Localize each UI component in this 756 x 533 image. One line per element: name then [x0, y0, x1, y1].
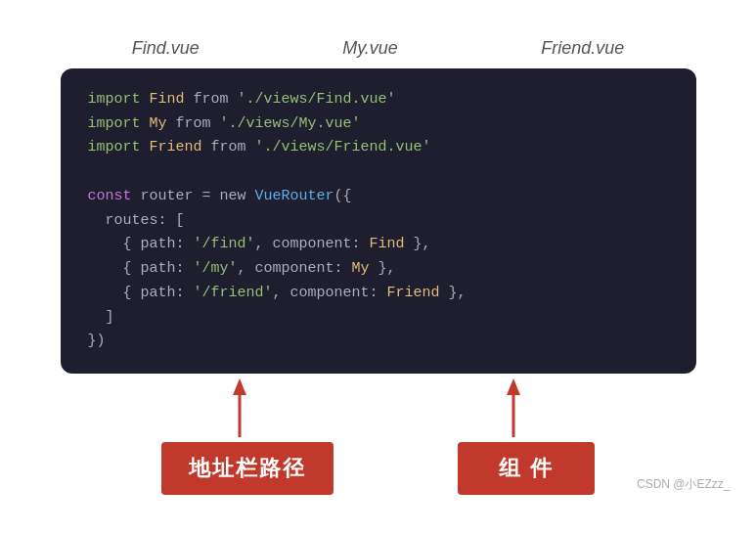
right-arrowhead [507, 378, 520, 395]
code-line-9: { path: '/friend', component: Friend }, [88, 282, 669, 306]
left-arrowhead [233, 378, 246, 395]
code-line-1: import Find from './views/Find.vue' [88, 88, 669, 112]
code-line-11: }) [88, 330, 669, 354]
code-block: import Find from './views/Find.vue' impo… [61, 68, 696, 374]
code-line-6: routes: [ [88, 209, 669, 234]
main-container: Find.vue My.vue Friend.vue import Find f… [26, 38, 731, 495]
file-labels-row: Find.vue My.vue Friend.vue [61, 38, 696, 59]
label-box-path: 地址栏路径 [161, 442, 334, 495]
file-label-friend: Friend.vue [541, 38, 624, 59]
label-box-component: 组 件 [458, 442, 595, 495]
code-line-4 [88, 160, 669, 185]
annotations-area: 地址栏路径 组 件 [61, 374, 696, 495]
code-line-2: import My from './views/My.vue' [88, 112, 669, 137]
code-line-3: import Friend from './views/Friend.vue' [88, 136, 669, 160]
watermark: CSDN @小EZzz_ [637, 476, 731, 493]
code-line-10: ] [88, 306, 669, 331]
file-label-find: Find.vue [132, 38, 200, 59]
arrows-svg [61, 374, 696, 442]
code-line-5: const router = new VueRouter({ [88, 185, 669, 209]
code-line-7: { path: '/find', component: Find }, [88, 233, 669, 257]
code-line-8: { path: '/my', component: My }, [88, 257, 669, 282]
label-boxes-row: 地址栏路径 组 件 [61, 442, 696, 495]
file-label-my: My.vue [342, 38, 398, 59]
